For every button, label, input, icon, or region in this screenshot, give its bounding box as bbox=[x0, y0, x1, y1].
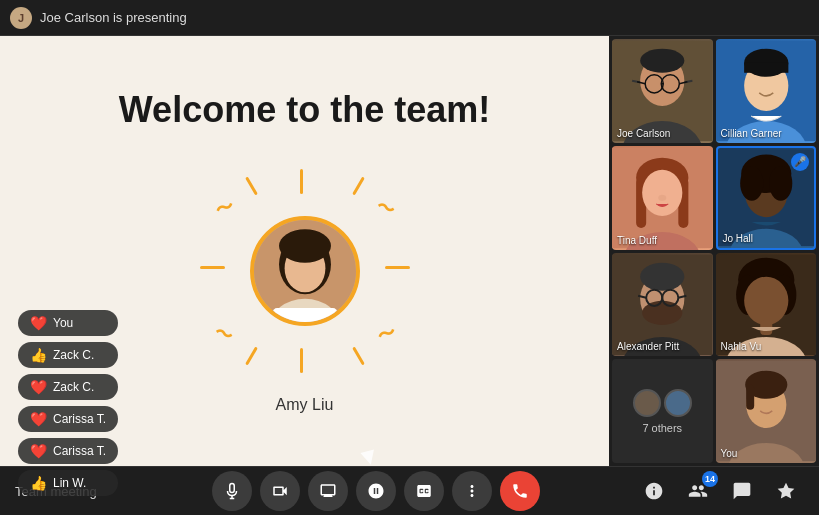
reaction-item: ❤️ Carissa T. bbox=[18, 438, 118, 464]
wave-decoration: 〜 bbox=[211, 193, 236, 222]
spotlight-decoration: 〜 〜 〜 〜 bbox=[195, 161, 415, 381]
ray-decoration bbox=[385, 266, 410, 269]
activities-button[interactable] bbox=[768, 473, 804, 509]
reaction-item: ❤️ Zack C. bbox=[18, 374, 118, 400]
reaction-name: You bbox=[53, 316, 73, 330]
bottom-bar: Team meeting bbox=[0, 466, 819, 515]
participant-name: Tina Duff bbox=[617, 235, 657, 246]
end-call-button[interactable] bbox=[500, 471, 540, 511]
presenter-label: Joe Carlson is presenting bbox=[40, 10, 187, 25]
mic-active-badge: 🎤 bbox=[791, 153, 809, 171]
others-tile[interactable]: 7 others bbox=[612, 359, 713, 463]
reaction-emoji: ❤️ bbox=[30, 443, 47, 459]
presenter-name: Amy Liu bbox=[276, 396, 334, 414]
you-tile[interactable]: You bbox=[716, 359, 817, 463]
reaction-emoji: 👍 bbox=[30, 475, 47, 491]
svg-rect-60 bbox=[746, 385, 754, 410]
controls-right: 14 bbox=[636, 473, 804, 509]
share-screen-button[interactable] bbox=[308, 471, 348, 511]
participant-name: Nahla Vu bbox=[721, 341, 762, 352]
ray-decoration bbox=[300, 169, 303, 194]
participant-tile[interactable]: Cillian Garner bbox=[716, 39, 817, 143]
reaction-emoji: 👍 bbox=[30, 347, 47, 363]
reaction-name: Carissa T. bbox=[53, 444, 106, 458]
reaction-item: ❤️ Carissa T. bbox=[18, 406, 118, 432]
mic-button[interactable] bbox=[212, 471, 252, 511]
ray-decoration bbox=[245, 176, 258, 195]
controls-center bbox=[212, 471, 540, 511]
participant-tile[interactable]: Tina Duff bbox=[612, 146, 713, 250]
svg-point-54 bbox=[744, 276, 788, 324]
svg-point-42 bbox=[640, 262, 684, 290]
top-bar: J Joe Carlson is presenting bbox=[0, 0, 819, 36]
mini-avatar bbox=[664, 389, 692, 417]
captions-button[interactable] bbox=[404, 471, 444, 511]
reaction-name: Zack C. bbox=[53, 348, 94, 362]
reaction-item: 👍 Zack C. bbox=[18, 342, 118, 368]
svg-point-37 bbox=[740, 166, 763, 201]
participant-name: Alexander Pitt bbox=[617, 341, 679, 352]
reaction-item: 👍 Lin W. bbox=[18, 470, 118, 496]
wave-decoration: 〜 bbox=[373, 193, 398, 222]
svg-point-3 bbox=[279, 229, 331, 262]
ray-decoration bbox=[245, 346, 258, 365]
reaction-name: Lin W. bbox=[53, 476, 86, 490]
ray-decoration bbox=[352, 176, 365, 195]
participant-name: You bbox=[721, 448, 738, 459]
reaction-name: Zack C. bbox=[53, 380, 94, 394]
participant-name: Jo Hall bbox=[723, 233, 754, 244]
presenter-avatar: J bbox=[10, 7, 32, 29]
participants-sidebar: Joe Carlson Cillian Garner bbox=[609, 36, 819, 466]
svg-point-32 bbox=[658, 195, 666, 201]
cursor-pointer bbox=[360, 449, 377, 466]
reaction-name: Carissa T. bbox=[53, 412, 106, 426]
presenter-spotlight bbox=[250, 216, 360, 326]
wave-decoration: 〜 bbox=[373, 319, 398, 348]
welcome-heading: Welcome to the team! bbox=[119, 89, 490, 131]
others-count-label: 7 others bbox=[642, 422, 682, 434]
info-button[interactable] bbox=[636, 473, 672, 509]
ray-decoration bbox=[300, 348, 303, 373]
svg-rect-5 bbox=[272, 308, 337, 322]
ray-decoration bbox=[200, 266, 225, 269]
participant-tile[interactable]: Alexander Pitt bbox=[612, 253, 713, 357]
people-button[interactable]: 14 bbox=[680, 473, 716, 509]
people-badge: 14 bbox=[702, 471, 718, 487]
participant-name: Joe Carlson bbox=[617, 128, 670, 139]
effects-button[interactable] bbox=[356, 471, 396, 511]
camera-button[interactable] bbox=[260, 471, 300, 511]
wave-decoration: 〜 bbox=[211, 319, 236, 348]
more-options-button[interactable] bbox=[452, 471, 492, 511]
chat-button[interactable] bbox=[724, 473, 760, 509]
ray-decoration bbox=[352, 346, 365, 365]
reaction-emoji: ❤️ bbox=[30, 379, 47, 395]
participant-tile[interactable]: Nahla Vu bbox=[716, 253, 817, 357]
svg-point-31 bbox=[642, 169, 682, 215]
reaction-item: ❤️ You bbox=[18, 310, 118, 336]
svg-point-14 bbox=[640, 49, 684, 73]
participant-tile[interactable]: 🎤 Jo Hall bbox=[716, 146, 817, 250]
participant-tile[interactable]: Joe Carlson bbox=[612, 39, 713, 143]
svg-point-38 bbox=[769, 166, 792, 201]
participant-name: Cillian Garner bbox=[721, 128, 782, 139]
reaction-emoji: ❤️ bbox=[30, 315, 47, 331]
mini-avatar bbox=[633, 389, 661, 417]
reaction-emoji: ❤️ bbox=[30, 411, 47, 427]
reactions-overlay: ❤️ You 👍 Zack C. ❤️ Zack C. ❤️ Carissa T… bbox=[18, 310, 118, 496]
main-area: Welcome to the team! 〜 〜 〜 〜 bbox=[0, 36, 819, 466]
svg-rect-24 bbox=[744, 63, 788, 73]
